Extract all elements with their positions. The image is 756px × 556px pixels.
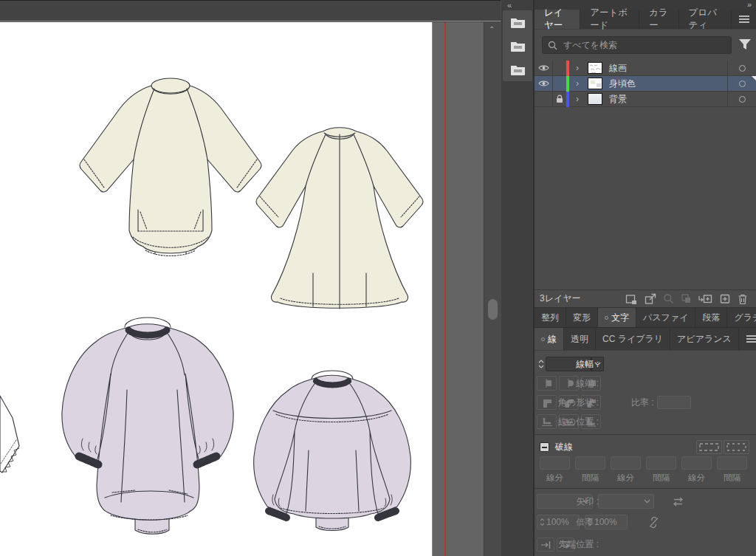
document-top-bar [0, 0, 501, 21]
delete-layer-trash-icon[interactable] [738, 293, 748, 305]
panel-tab-bar: レイヤー アートボード カラー プロパティ [535, 10, 756, 30]
visibility-toggle[interactable] [535, 92, 553, 106]
collapse-panels-chevrons[interactable]: » [747, 0, 751, 9]
flat-sketch-cream-front[interactable] [80, 78, 261, 256]
align-dash-button[interactable] [724, 440, 749, 454]
preserve-dash-button[interactable] [696, 440, 722, 454]
expand-layer-arrow[interactable]: › [569, 94, 581, 104]
arrowheads-label: 矢印 : [535, 495, 599, 508]
dash-field-labels: 線分 間隔 線分 間隔 線分 間隔 [540, 473, 747, 484]
arrow-scale-end-input[interactable] [594, 517, 627, 527]
tab-character[interactable]: 文字 [598, 308, 636, 327]
flat-sketch-cream-back[interactable] [256, 128, 423, 309]
flat-sketch-lavender-front[interactable] [62, 318, 233, 534]
red-guide-line [444, 22, 446, 556]
layer-thumbnail [588, 78, 602, 89]
lock-toggle[interactable] [553, 92, 566, 106]
layer-name[interactable]: 背景 [609, 93, 727, 106]
layer-row-migoroiro[interactable]: › 身頃色 [535, 76, 756, 92]
search-field[interactable] [542, 36, 732, 54]
gap-input[interactable] [717, 456, 747, 470]
panel-menu-button[interactable] [732, 10, 756, 29]
export-icon[interactable] [645, 293, 656, 305]
arrowhead-end-dropdown[interactable] [598, 494, 654, 509]
dash-value-fields [540, 456, 747, 470]
folder-icon [510, 40, 526, 52]
tab-pathfinder[interactable]: パスファイ [636, 308, 695, 327]
dash-input[interactable] [681, 456, 712, 470]
layer-row-senga[interactable]: › 線画 [535, 61, 756, 76]
dash-preserve-icon [699, 443, 719, 451]
lock-icon [556, 95, 563, 103]
dashed-line-checkbox[interactable] [540, 442, 549, 452]
layers-search-row [535, 30, 756, 59]
folder-icon [510, 16, 526, 29]
right-panel-group: » レイヤー アートボード カラー プロパティ [534, 0, 756, 556]
library-folder-panel-button[interactable] [503, 34, 532, 58]
target-column[interactable] [727, 92, 756, 106]
vertical-scrollbar[interactable]: ⌃ [484, 22, 501, 556]
target-column[interactable] [727, 61, 756, 75]
locate-object-icon[interactable] [663, 293, 674, 304]
tab-gradient[interactable]: グラデーシ [727, 308, 756, 327]
library-folder-panel-button[interactable] [503, 10, 532, 34]
corner-label: 角の形状 : [535, 397, 599, 409]
tab-paragraph[interactable]: 段落 [695, 308, 727, 327]
tab-align[interactable]: 整列 [535, 308, 566, 327]
artboard-canvas[interactable] [0, 22, 432, 556]
tab-cc-libraries[interactable]: CC ライブラリ [596, 328, 670, 350]
tab-transparency[interactable]: 透明 [564, 328, 596, 350]
tab-artboards[interactable]: アートボード [580, 10, 639, 29]
gap-input[interactable] [646, 456, 676, 470]
illustrator-window: ⌃ « [0, 0, 756, 556]
expand-layer-arrow[interactable]: › [569, 63, 581, 73]
search-icon [548, 41, 557, 50]
scrollbar-thumb[interactable] [488, 299, 498, 320]
expand-dock-chevrons[interactable]: « [507, 1, 511, 10]
tab-appearance[interactable]: アピアランス [670, 328, 739, 350]
fashion-flat-sketches[interactable] [0, 22, 432, 556]
new-layer-icon[interactable] [719, 293, 731, 304]
dashed-line-label: 破線 [555, 441, 573, 453]
collapsed-panel-dock: « [501, 0, 534, 556]
visibility-toggle[interactable] [535, 61, 553, 75]
flat-sketch-lavender-back[interactable] [254, 371, 411, 531]
link-scales-broken-icon[interactable] [648, 516, 659, 529]
library-folder-panel-button[interactable] [503, 58, 532, 81]
layer-name[interactable]: 線画 [609, 62, 727, 75]
miter-limit-input[interactable] [657, 396, 691, 409]
miter-limit-label: 比率 : [631, 397, 654, 409]
lock-toggle[interactable] [553, 76, 566, 91]
align-stroke-label: 線の位置 : [535, 416, 599, 428]
visibility-toggle[interactable] [535, 76, 553, 91]
collect-for-export-icon[interactable] [625, 293, 638, 305]
tab-transform[interactable]: 変形 [566, 308, 598, 327]
scroll-up-arrow[interactable]: ⌃ [489, 25, 495, 33]
layer-row-haikei[interactable]: › 背景 [535, 92, 756, 107]
layer-thumbnail [588, 62, 602, 74]
tab-layers[interactable]: レイヤー [535, 10, 580, 29]
dash-input[interactable] [540, 456, 570, 470]
target-circle-icon [739, 96, 746, 103]
selection-corner-indicator [752, 76, 756, 81]
tab-properties[interactable]: プロパティ [679, 10, 732, 29]
dash-label: 線分 [611, 473, 641, 484]
tab-stroke[interactable]: 線 [535, 328, 564, 350]
modified-dot-icon [541, 337, 545, 341]
filter-funnel-icon[interactable] [738, 38, 752, 50]
swap-arrowheads-icon[interactable] [672, 497, 684, 507]
tab-color[interactable]: カラー [639, 10, 678, 29]
gap-input[interactable] [575, 456, 605, 470]
panel-menu-button[interactable] [739, 328, 756, 350]
expand-layer-arrow[interactable]: › [569, 78, 581, 89]
dash-input[interactable] [611, 456, 641, 470]
lock-toggle[interactable] [553, 61, 566, 75]
panel-tab-row-upper: 整列 変形 文字 パスファイ 段落 グラデーシ [535, 308, 756, 328]
new-sublayer-icon[interactable] [698, 293, 712, 304]
search-input[interactable] [562, 39, 726, 51]
layer-count: 3レイヤー [540, 292, 581, 305]
dash-label: 線分 [681, 473, 712, 484]
layer-name[interactable]: 身頃色 [609, 78, 727, 90]
flat-sketch-partial-sleeve[interactable] [0, 396, 19, 473]
clipping-mask-icon[interactable] [681, 293, 692, 304]
